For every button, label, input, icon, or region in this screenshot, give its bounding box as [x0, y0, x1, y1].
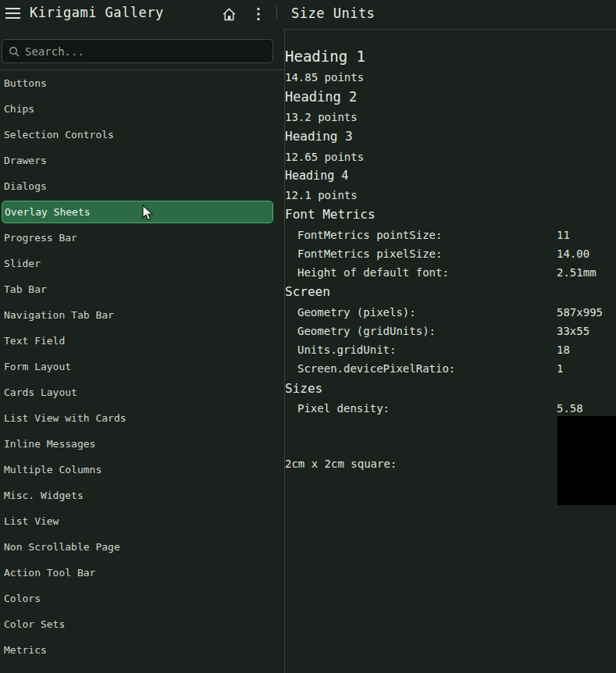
row-value: 587x995: [557, 306, 603, 319]
sidebar-item-misc-widgets[interactable]: Misc. Widgets: [0, 482, 275, 508]
heading-2-points: 13.2 points: [285, 111, 616, 123]
page-header: Size Units: [285, 0, 616, 30]
search-icon: [9, 46, 20, 57]
sidebar-item-inline-messages[interactable]: Inline Messages: [0, 431, 275, 457]
section-font-metrics: Font Metrics: [285, 207, 616, 222]
sidebar-item-non-scrollable-page[interactable]: Non Scrollable Page: [0, 534, 275, 560]
global-toolbar: Kirigami Gallery: [0, 0, 284, 29]
row-label: FontMetrics pixelSize:: [297, 247, 442, 260]
sidebar-item-dialogs[interactable]: Dialogs: [0, 173, 275, 199]
sidebar-item-progress-bar[interactable]: Progress Bar: [0, 225, 275, 251]
sidebar-item-buttons[interactable]: Buttons: [0, 70, 275, 96]
row-value: 33x55: [557, 325, 589, 337]
row-label: Height of default font:: [297, 266, 449, 279]
heading-4-points: 12.1 points: [285, 189, 616, 201]
overflow-menu-button[interactable]: [249, 5, 268, 23]
sidebar-item-action-tool-bar[interactable]: Action Tool Bar: [0, 560, 275, 586]
page-title: Size Units: [291, 5, 375, 21]
row-value: 5.58: [557, 402, 583, 415]
toolbar-separator: [276, 6, 277, 20]
heading-1-sample: Heading 1: [285, 48, 616, 65]
row-label: Units.gridUnit:: [297, 344, 396, 356]
form-row: Geometry (gridUnits): 33x55: [285, 325, 616, 337]
row-label: Pixel density:: [297, 402, 390, 415]
row-value: 1: [557, 362, 563, 375]
sidebar-item-text-field[interactable]: Text Field: [0, 328, 275, 354]
heading-4-sample: Heading 4: [285, 169, 616, 183]
kebab-menu-icon: [256, 7, 261, 21]
heading-3-sample: Heading 3: [285, 129, 616, 144]
form-row: Geometry (pixels): 587x995: [285, 306, 616, 319]
sidebar-item-chips[interactable]: Chips: [0, 96, 275, 122]
sidebar-item-navigation-tab-bar[interactable]: Navigation Tab Bar: [0, 302, 275, 328]
sidebar-item-cards-layout[interactable]: Cards Layout: [0, 379, 275, 405]
section-screen: Screen: [285, 284, 616, 299]
heading-1-points: 14.85 points: [285, 71, 616, 84]
sidebar-item-color-sets[interactable]: Color Sets: [0, 611, 275, 637]
row-label: Geometry (pixels):: [297, 306, 416, 319]
sidebar-item-overlay-sheets[interactable]: Overlay Sheets: [2, 201, 273, 223]
sidebar-item-tab-bar[interactable]: Tab Bar: [0, 276, 275, 302]
home-icon: [221, 6, 237, 23]
form-row: Height of default font: 2.51mm: [285, 266, 616, 279]
sidebar: Kirigami Gallery Buttons Chips Sele: [0, 0, 284, 673]
sidebar-item-form-layout[interactable]: Form Layout: [0, 354, 275, 379]
sidebar-item-list-view-with-cards[interactable]: List View with Cards: [0, 405, 275, 431]
sidebar-item-multiple-columns[interactable]: Multiple Columns: [0, 457, 275, 482]
row-value: 11: [557, 229, 570, 241]
row-value: 18: [557, 344, 570, 356]
gallery-nav-list: Buttons Chips Selection Controls Drawers…: [0, 70, 275, 663]
form-row: FontMetrics pixelSize: 14.00: [285, 247, 616, 260]
section-sizes: Sizes: [285, 381, 616, 396]
2cm-square-swatch: [557, 416, 616, 505]
row-value: 2.51mm: [557, 266, 596, 279]
row-label: FontMetrics pointSize:: [297, 229, 442, 241]
row-value: 14.00: [557, 247, 589, 260]
form-row: Units.gridUnit: 18: [285, 344, 616, 356]
search-field[interactable]: [2, 39, 273, 63]
sidebar-item-metrics[interactable]: Metrics: [0, 637, 275, 663]
row-label: Geometry (gridUnits):: [297, 325, 436, 337]
form-row: Screen.devicePixelRatio: 1: [285, 362, 616, 375]
hamburger-menu-icon[interactable]: [5, 7, 22, 20]
sidebar-item-selection-controls[interactable]: Selection Controls: [0, 122, 275, 148]
sidebar-item-slider[interactable]: Slider: [0, 251, 275, 276]
size-units-page: Size Units Heading 1 14.85 points Headin…: [285, 0, 616, 673]
app-title: Kirigami Gallery: [30, 5, 164, 20]
search-input[interactable]: [25, 45, 266, 58]
home-button[interactable]: [219, 5, 238, 23]
sidebar-item-drawers[interactable]: Drawers: [0, 148, 275, 173]
heading-3-points: 12.65 points: [285, 151, 616, 163]
sidebar-item-list-view[interactable]: List View: [0, 508, 275, 534]
form-row: Pixel density: 5.58: [285, 402, 616, 415]
row-label: Screen.devicePixelRatio:: [297, 362, 455, 375]
sidebar-item-colors[interactable]: Colors: [0, 586, 275, 611]
form-row: FontMetrics pointSize: 11: [285, 229, 616, 241]
heading-2-sample: Heading 2: [285, 89, 616, 105]
